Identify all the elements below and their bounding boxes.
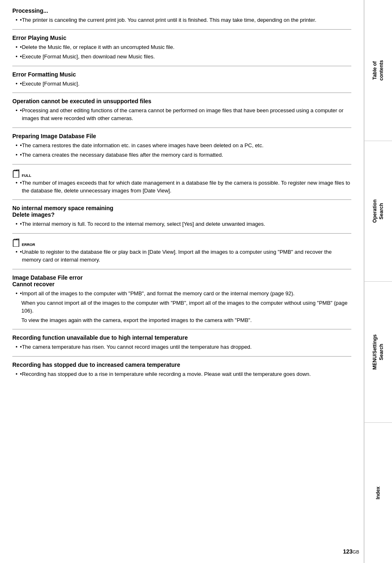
svg-marker-1	[13, 169, 19, 171]
section-title-operation-cannot: Operation cannot be executed in unsuppor…	[12, 98, 351, 104]
bullet-oc-0: • Processing and other editing functions…	[16, 107, 351, 123]
sidebar-item-menu-settings-search[interactable]: MENU/SettingsSearch	[364, 282, 392, 423]
section-full-icon: FULL • The number of images exceeds that…	[12, 169, 351, 195]
divider-2	[12, 66, 351, 66]
section-recording-stopped: Recording has stopped due to increased c…	[12, 361, 351, 378]
sidebar-label-operation-search: OperationSearch	[372, 199, 385, 223]
sidebar-label-index: Index	[375, 487, 382, 499]
svg-rect-4	[13, 240, 19, 247]
divider-1	[12, 29, 351, 30]
bullet-nim-0: • The internal memory is full. To record…	[16, 220, 351, 228]
section-operation-cannot: Operation cannot be executed in unsuppor…	[12, 98, 351, 123]
section-error-playing-music: Error Playing Music • Delete the Music f…	[12, 35, 351, 61]
section-body-full: • The number of images exceeds that for …	[16, 179, 351, 195]
section-title-recording-unavailable: Recording function unavailable due to hi…	[12, 334, 351, 341]
indent-line-1: To view the images again with the camera…	[21, 317, 351, 324]
section-body-recording-unavailable: • The camera temperature has risen. You …	[16, 343, 351, 351]
error-icon: ERROR	[12, 239, 35, 247]
section-title-no-internal-memory: No internal memory space remaining Delet…	[12, 205, 351, 218]
section-error-icon: ERROR • Unable to register to the databa…	[12, 239, 351, 264]
full-icon-container: FULL	[12, 169, 351, 178]
svg-marker-5	[13, 239, 19, 240]
divider-10	[12, 356, 351, 357]
error-icon-container: ERROR	[12, 239, 351, 247]
section-body-image-database-error: • Import all of the images to the comput…	[16, 290, 351, 324]
divider-3	[12, 93, 351, 93]
divider-5	[12, 164, 351, 164]
main-content: Processing... • The printer is canceling…	[0, 0, 364, 563]
bullet-err-0: • Unable to register to the database fil…	[16, 248, 351, 264]
indent-line-0: When you cannot import all of the images…	[21, 299, 351, 315]
bullet-efm-0: • Execute [Format Music].	[16, 80, 351, 88]
section-body-error: • Unable to register to the database fil…	[16, 248, 351, 264]
section-title-error-playing-music: Error Playing Music	[12, 35, 351, 41]
svg-rect-0	[13, 171, 19, 178]
page-number: 123GB	[343, 548, 359, 555]
bullet-ru-0: • The camera temperature has risen. You …	[16, 343, 351, 351]
section-image-database-error: Image Database File error Cannot recover…	[12, 274, 351, 324]
bullet-epm-0: • Delete the Music file, or replace it w…	[16, 44, 351, 51]
sidebar-item-index[interactable]: Index	[364, 423, 392, 563]
sidebar: Table ofcontents OperationSearch MENU/Se…	[364, 0, 392, 563]
section-body-recording-stopped: • Recording has stopped due to a rise in…	[16, 371, 351, 378]
divider-9	[12, 329, 351, 329]
section-body-no-internal-memory: • The internal memory is full. To record…	[16, 220, 351, 228]
full-label: FULL	[22, 174, 31, 178]
divider-7	[12, 233, 351, 234]
section-body-error-playing-music: • Delete the Music file, or replace it w…	[16, 44, 351, 61]
section-processing: Processing... • The printer is canceling…	[12, 7, 351, 24]
section-body-error-formatting-music: • Execute [Format Music].	[16, 80, 351, 88]
section-title-recording-stopped: Recording has stopped due to increased c…	[12, 361, 351, 368]
section-recording-unavailable: Recording function unavailable due to hi…	[12, 334, 351, 351]
section-title-preparing-image-database: Preparing Image Database File	[12, 133, 351, 139]
section-preparing-image-database: Preparing Image Database File • The came…	[12, 133, 351, 159]
bullet-pid-0: • The camera restores the date informati…	[16, 142, 351, 150]
sidebar-item-table-of-contents[interactable]: Table ofcontents	[364, 0, 392, 141]
sidebar-item-operation-search[interactable]: OperationSearch	[364, 141, 392, 282]
section-body-processing: • The printer is canceling the current p…	[16, 16, 351, 24]
section-body-operation-cannot: • Processing and other editing functions…	[16, 107, 351, 123]
section-error-formatting-music: Error Formatting Music • Execute [Format…	[12, 71, 351, 88]
section-title-error-formatting-music: Error Formatting Music	[12, 71, 351, 78]
bullet-epm-1: • Execute [Format Music], then download …	[16, 53, 351, 61]
full-icon: FULL	[12, 169, 31, 178]
section-title-image-database-error: Image Database File error Cannot recover	[12, 274, 351, 287]
sidebar-label-table-of-contents: Table ofcontents	[372, 60, 385, 81]
divider-8	[12, 269, 351, 269]
section-title-processing: Processing...	[12, 7, 351, 14]
sidebar-label-menu-settings-search: MENU/SettingsSearch	[372, 334, 385, 370]
divider-4	[12, 127, 351, 128]
bullet-ide-0: • Import all of the images to the comput…	[16, 290, 351, 298]
section-no-internal-memory: No internal memory space remaining Delet…	[12, 205, 351, 228]
section-body-preparing-image-database: • The camera restores the date informati…	[16, 142, 351, 159]
bullet-rs-0: • Recording has stopped due to a rise in…	[16, 371, 351, 378]
bullet-full-0: • The number of images exceeds that for …	[16, 179, 351, 195]
bullet-processing-0: • The printer is canceling the current p…	[16, 16, 351, 24]
divider-6	[12, 199, 351, 200]
bullet-pid-1: • The camera creates the necessary datab…	[16, 151, 351, 159]
error-label: ERROR	[22, 243, 35, 247]
